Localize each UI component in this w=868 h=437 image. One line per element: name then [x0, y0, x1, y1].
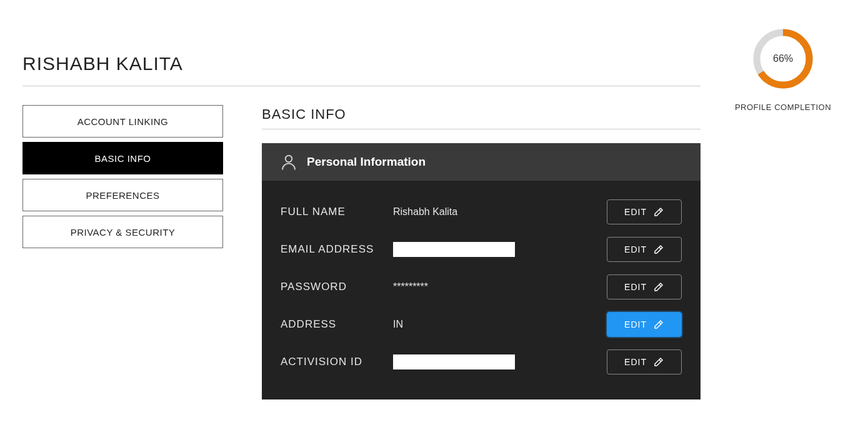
value-password: *********	[393, 281, 607, 293]
edit-icon	[653, 281, 664, 293]
edit-label: EDIT	[624, 357, 647, 367]
edit-icon	[653, 356, 664, 368]
edit-icon	[653, 206, 664, 218]
edit-address-button[interactable]: EDIT	[607, 312, 682, 337]
sidebar: ACCOUNT LINKING BASIC INFO PREFERENCES P…	[22, 105, 223, 253]
row-activision-id: ACTIVISION ID EDIT	[281, 343, 682, 381]
label-activision-id: ACTIVISION ID	[281, 356, 393, 368]
completion-percent: 66%	[752, 28, 814, 90]
sidebar-item-privacy-security[interactable]: PRIVACY & SECURITY	[22, 216, 223, 248]
edit-label: EDIT	[624, 244, 647, 254]
sidebar-item-account-linking[interactable]: ACCOUNT LINKING	[22, 105, 223, 138]
personal-info-panel: Personal Information FULL NAME Rishabh K…	[262, 143, 701, 399]
edit-label: EDIT	[624, 319, 647, 329]
edit-activision-button[interactable]: EDIT	[607, 349, 682, 374]
sidebar-item-preferences[interactable]: PREFERENCES	[22, 179, 223, 211]
value-full-name: Rishabh Kalita	[393, 206, 607, 218]
value-email-masked	[393, 242, 515, 257]
sidebar-item-basic-info[interactable]: BASIC INFO	[22, 142, 223, 174]
edit-label: EDIT	[624, 207, 647, 217]
label-password: PASSWORD	[281, 281, 393, 293]
edit-icon	[653, 244, 664, 255]
label-email: EMAIL ADDRESS	[281, 243, 393, 256]
section-heading: BASIC INFO	[262, 106, 701, 129]
panel-header: Personal Information	[262, 143, 701, 181]
row-full-name: FULL NAME Rishabh Kalita EDIT	[281, 193, 682, 231]
profile-completion: 66% PROFILE COMPLETION	[721, 19, 846, 112]
edit-email-button[interactable]: EDIT	[607, 237, 682, 262]
page-title: RISHABH KALITA	[22, 53, 701, 86]
edit-password-button[interactable]: EDIT	[607, 274, 682, 299]
edit-label: EDIT	[624, 282, 647, 292]
edit-icon	[653, 319, 664, 330]
row-password: PASSWORD ********* EDIT	[281, 268, 682, 306]
label-full-name: FULL NAME	[281, 206, 393, 218]
row-email: EMAIL ADDRESS EDIT	[281, 231, 682, 268]
panel-title: Personal Information	[307, 155, 426, 169]
value-address: IN	[393, 319, 607, 330]
value-activision-masked	[393, 354, 515, 369]
label-address: ADDRESS	[281, 318, 393, 331]
completion-caption: PROFILE COMPLETION	[721, 103, 846, 112]
edit-full-name-button[interactable]: EDIT	[607, 199, 682, 224]
row-address: ADDRESS IN EDIT	[281, 306, 682, 343]
svg-point-0	[286, 156, 292, 163]
person-icon	[279, 153, 298, 171]
